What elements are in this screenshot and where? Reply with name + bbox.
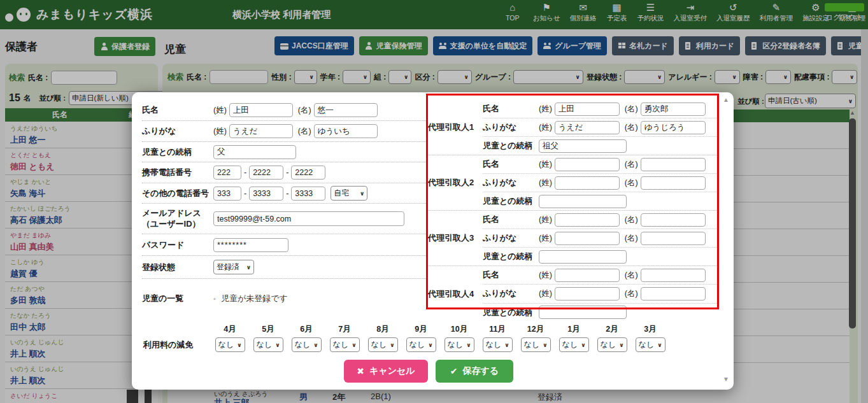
month-label: 10月 bbox=[451, 324, 467, 336]
proxy-name-sei-input[interactable] bbox=[555, 103, 620, 116]
proxy-kana-sei-input[interactable] bbox=[555, 176, 620, 190]
proxy-relation-input[interactable] bbox=[539, 250, 627, 264]
month-cell: 4月 なし∨ bbox=[211, 324, 249, 352]
relation-label: 児童との続柄 bbox=[142, 146, 213, 158]
proxy-kana-mei-input[interactable] bbox=[641, 287, 706, 300]
month-label: 11月 bbox=[489, 324, 506, 336]
proxy-relation-input[interactable] bbox=[539, 195, 627, 208]
chevron-down-icon: ∨ bbox=[390, 342, 394, 348]
status-select[interactable]: 登録済∨ bbox=[213, 260, 254, 274]
proxy-name-mei-input[interactable] bbox=[641, 213, 706, 227]
proxy-label: 代理引取人4 bbox=[428, 266, 483, 322]
check-icon: ✔ bbox=[450, 366, 458, 376]
kana-label: ふりがな bbox=[142, 125, 213, 137]
status-label: 登録状態 bbox=[142, 262, 213, 273]
month-label: 2月 bbox=[606, 324, 618, 336]
month-discount-select[interactable]: なし∨ bbox=[445, 337, 474, 352]
proxy-relation-input[interactable] bbox=[539, 139, 627, 153]
proxy-name-mei-input[interactable] bbox=[641, 158, 706, 171]
month-cell: 12月 なし∨ bbox=[516, 324, 555, 352]
modal-scroll-up-icon[interactable]: ▲ bbox=[723, 96, 729, 103]
month-discount-select[interactable]: なし∨ bbox=[636, 337, 665, 352]
month-discount-select[interactable]: なし∨ bbox=[215, 337, 245, 352]
month-discount-select[interactable]: なし∨ bbox=[292, 337, 322, 352]
other-part2-input[interactable] bbox=[249, 187, 283, 201]
chevron-down-icon: ∨ bbox=[246, 264, 251, 271]
chevron-down-icon: ∨ bbox=[237, 342, 241, 348]
proxy-label: 代理引取人3 bbox=[428, 211, 483, 265]
month-label: 6月 bbox=[300, 324, 312, 336]
month-discount-select[interactable]: なし∨ bbox=[368, 337, 398, 352]
month-discount-select[interactable]: なし∨ bbox=[559, 337, 589, 352]
month-discount-select[interactable]: なし∨ bbox=[330, 337, 360, 352]
month-cell: 8月 なし∨ bbox=[364, 324, 402, 352]
phone-type-select[interactable]: 自宅∨ bbox=[331, 186, 367, 201]
proxy-kana-sei-input[interactable] bbox=[555, 232, 620, 245]
chevron-down-icon: ∨ bbox=[657, 342, 662, 348]
month-discount-select[interactable]: なし∨ bbox=[597, 337, 627, 352]
proxy-kana-mei-input[interactable] bbox=[641, 176, 706, 190]
month-cell: 3月 なし∨ bbox=[631, 324, 669, 352]
proxy-kana-mei-input[interactable] bbox=[641, 121, 706, 134]
close-icon: ✖ bbox=[357, 366, 364, 376]
other-part3-input[interactable] bbox=[291, 187, 325, 201]
other-part1-input[interactable] bbox=[213, 187, 241, 201]
chevron-down-icon: ∨ bbox=[466, 342, 471, 348]
chevron-down-icon: ∨ bbox=[543, 342, 547, 348]
kana-sei-input[interactable] bbox=[229, 124, 293, 138]
proxy-block: 代理引取人1 氏名 (姓) (名) ふりがな (姓) (名) bbox=[428, 100, 718, 155]
mobile-part1-input[interactable] bbox=[213, 166, 241, 180]
proxy-kana-sei-input[interactable] bbox=[555, 121, 620, 134]
month-cell: 6月 なし∨ bbox=[287, 324, 325, 352]
chevron-down-icon: ∨ bbox=[619, 342, 623, 348]
chevron-down-icon: ∨ bbox=[313, 342, 318, 348]
password-input[interactable] bbox=[213, 238, 288, 252]
name-sei-input[interactable] bbox=[229, 103, 293, 117]
save-button[interactable]: ✔ 保存する bbox=[436, 360, 513, 383]
month-cell: 2月 なし∨ bbox=[593, 324, 631, 352]
month-cell: 5月 なし∨ bbox=[249, 324, 287, 352]
proxy-relation-input[interactable] bbox=[539, 306, 627, 319]
month-label: 3月 bbox=[644, 324, 656, 336]
cancel-button[interactable]: ✖ キャンセル bbox=[344, 360, 428, 383]
proxy-name-sei-input[interactable] bbox=[555, 158, 620, 171]
month-label: 9月 bbox=[415, 324, 427, 336]
modal-scroll-down-icon[interactable]: ▼ bbox=[723, 376, 729, 383]
month-cell: 10月 なし∨ bbox=[440, 324, 478, 352]
proxy-pickup-section: 代理引取人1 氏名 (姓) (名) ふりがな (姓) (名) bbox=[428, 100, 718, 322]
password-label: パスワード bbox=[142, 239, 213, 251]
mobile-part2-input[interactable] bbox=[249, 166, 283, 180]
children-list-label: 児童の一覧 bbox=[142, 293, 213, 304]
proxy-kana-sei-input[interactable] bbox=[555, 287, 620, 300]
proxy-name-sei-input[interactable] bbox=[555, 213, 620, 227]
month-discount-select[interactable]: なし∨ bbox=[483, 337, 513, 352]
proxy-name-sei-input[interactable] bbox=[555, 269, 620, 282]
proxy-block: 代理引取人3 氏名 (姓) (名) ふりがな (姓) (名) bbox=[428, 211, 718, 266]
proxy-label: 代理引取人2 bbox=[428, 155, 483, 210]
relation-input[interactable] bbox=[213, 145, 296, 159]
proxy-label: 代理引取人1 bbox=[428, 100, 483, 155]
other-phone-label: その他の電話番号 bbox=[142, 188, 213, 199]
month-discount-select[interactable]: なし∨ bbox=[406, 337, 436, 352]
mobile-part3-input[interactable] bbox=[291, 166, 325, 180]
bullet-icon: ◦ bbox=[213, 295, 216, 302]
month-label: 1月 bbox=[567, 324, 580, 336]
kana-mei-input[interactable] bbox=[314, 124, 378, 138]
chevron-down-icon: ∨ bbox=[428, 342, 432, 348]
month-cell: 1月 なし∨ bbox=[555, 324, 593, 352]
proxy-name-mei-input[interactable] bbox=[641, 103, 706, 116]
proxy-name-mei-input[interactable] bbox=[641, 269, 706, 282]
proxy-kana-mei-input[interactable] bbox=[641, 232, 706, 245]
name-mei-input[interactable] bbox=[314, 103, 378, 117]
month-cell: 11月 なし∨ bbox=[478, 324, 516, 352]
email-label: メールアドレス（ユーザーID） bbox=[142, 208, 213, 229]
discount-months: 4月 なし∨ 5月 なし∨ 6月 なし∨ 7月 bbox=[211, 324, 669, 352]
email-input[interactable] bbox=[213, 211, 404, 226]
proxy-block: 代理引取人2 氏名 (姓) (名) ふりがな (姓) (名) bbox=[428, 155, 718, 211]
discount-label: 利用料の減免 bbox=[143, 339, 215, 351]
month-discount-select[interactable]: なし∨ bbox=[521, 337, 551, 352]
chevron-down-icon: ∨ bbox=[275, 342, 280, 348]
chevron-down-icon: ∨ bbox=[352, 342, 356, 348]
month-label: 12月 bbox=[527, 324, 544, 336]
month-discount-select[interactable]: なし∨ bbox=[253, 337, 283, 352]
